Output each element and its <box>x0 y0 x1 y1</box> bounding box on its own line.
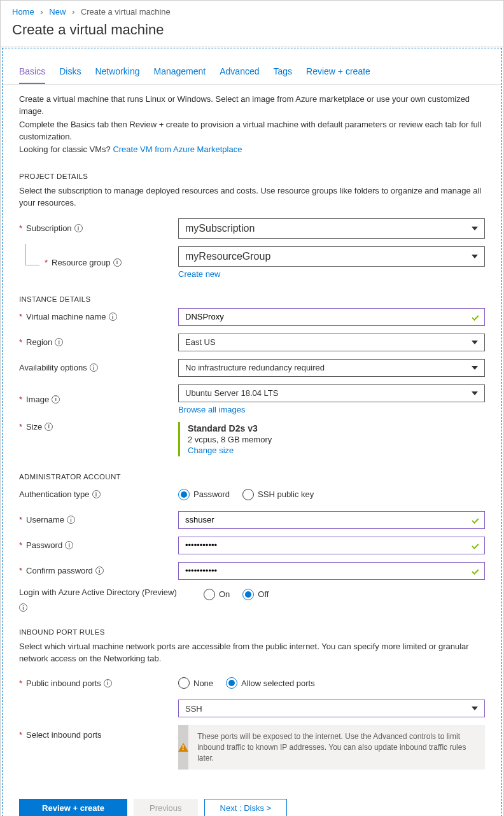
warning-icon <box>178 743 188 752</box>
chevron-down-icon <box>472 255 478 258</box>
size-display: Standard D2s v3 2 vcpus, 8 GB memory Cha… <box>178 422 485 456</box>
required-icon: * <box>19 223 22 233</box>
footer-bar: Review + create Previous Next : Disks > <box>3 790 501 816</box>
info-icon[interactable]: i <box>74 224 83 232</box>
warning-box: These ports will be exposed to the inter… <box>178 725 485 770</box>
radio-icon <box>178 489 190 500</box>
check-icon <box>470 566 479 575</box>
info-icon[interactable]: i <box>92 490 101 498</box>
input-vm-name[interactable] <box>178 308 485 326</box>
tab-networking[interactable]: Networking <box>95 66 139 84</box>
label-subscription: Subscription <box>26 223 72 233</box>
size-title: Standard D2s v3 <box>188 423 485 433</box>
intro-text-2: Complete the Basics tab then Review + cr… <box>19 119 485 143</box>
link-create-new-rg[interactable]: Create new <box>178 269 220 279</box>
input-username[interactable] <box>178 511 485 529</box>
size-sub: 2 vcpus, 8 GB memory <box>188 435 485 444</box>
label-password: Password <box>26 540 62 550</box>
required-icon: * <box>19 337 22 347</box>
info-icon[interactable]: i <box>65 541 73 549</box>
section-ports-desc: Select which virtual machine network por… <box>19 641 485 665</box>
breadcrumb-home[interactable]: Home <box>12 7 34 17</box>
select-inbound-ports[interactable]: SSH <box>178 700 485 717</box>
required-icon: * <box>19 515 22 524</box>
tab-basics[interactable]: Basics <box>19 66 45 84</box>
section-admin-head: ADMINISTRATOR ACCOUNT <box>19 473 485 481</box>
intro-text-1: Create a virtual machine that runs Linux… <box>19 94 485 118</box>
info-icon[interactable]: i <box>104 679 112 687</box>
page-title: Create a virtual machine <box>1 22 503 46</box>
tab-disks[interactable]: Disks <box>59 66 81 84</box>
radio-auth-password[interactable]: Password <box>178 489 230 500</box>
required-icon: * <box>19 422 22 432</box>
info-icon[interactable]: i <box>45 423 53 431</box>
label-public-ports: Public inbound ports <box>26 679 101 688</box>
link-marketplace[interactable]: Create VM from Azure Marketplace <box>113 144 242 154</box>
breadcrumb-new[interactable]: New <box>49 7 66 17</box>
check-icon <box>470 313 479 321</box>
breadcrumb: Home › New › Create a virtual machine <box>1 1 503 22</box>
required-icon: * <box>19 312 22 321</box>
label-vm-name: Virtual machine name <box>26 312 106 321</box>
label-username: Username <box>26 515 64 524</box>
radio-icon <box>204 589 215 600</box>
radio-aad-on[interactable]: On <box>204 589 230 600</box>
info-icon[interactable]: i <box>52 395 60 404</box>
label-confirm-password: Confirm password <box>26 566 93 575</box>
link-change-size[interactable]: Change size <box>188 446 234 455</box>
required-icon: * <box>19 395 22 404</box>
required-icon: * <box>19 540 22 550</box>
label-resource-group: Resource group <box>52 258 111 267</box>
tab-tags[interactable]: Tags <box>274 66 293 84</box>
radio-ports-allow[interactable]: Allow selected ports <box>226 677 315 689</box>
radio-icon <box>226 677 237 689</box>
chevron-right-icon: › <box>40 7 43 17</box>
radio-auth-ssh[interactable]: SSH public key <box>242 489 314 500</box>
radio-icon <box>242 589 254 600</box>
section-project-head: PROJECT DETAILS <box>19 172 485 180</box>
section-ports-head: INBOUND PORT RULES <box>19 628 485 636</box>
label-availability: Availability options <box>19 363 87 372</box>
link-browse-images[interactable]: Browse all images <box>178 405 246 414</box>
chevron-down-icon <box>472 227 478 230</box>
select-region[interactable]: East US <box>178 334 485 351</box>
info-icon[interactable]: i <box>95 566 104 575</box>
select-availability[interactable]: No infrastructure redundancy required <box>178 359 485 377</box>
tabs: Basics Disks Networking Management Advan… <box>3 48 501 85</box>
info-icon[interactable]: i <box>19 603 27 612</box>
chevron-right-icon: › <box>72 7 74 17</box>
required-icon: * <box>19 679 22 688</box>
label-aad-login: Login with Azure Active Directory (Previ… <box>19 587 177 597</box>
input-confirm-password[interactable] <box>178 562 485 580</box>
required-icon: * <box>19 566 22 575</box>
button-review-create[interactable]: Review + create <box>19 799 127 816</box>
tab-advanced[interactable]: Advanced <box>220 66 259 84</box>
radio-ports-none[interactable]: None <box>178 677 213 689</box>
button-previous: Previous <box>134 799 198 816</box>
radio-icon <box>178 677 190 689</box>
info-icon[interactable]: i <box>55 338 63 346</box>
section-instance-head: INSTANCE DETAILS <box>19 295 485 303</box>
chevron-down-icon <box>472 707 478 710</box>
label-size: Size <box>26 422 42 432</box>
warning-text: These ports will be exposed to the inter… <box>188 725 485 770</box>
section-project-desc: Select the subscription to manage deploy… <box>19 185 485 209</box>
info-icon[interactable]: i <box>113 258 122 267</box>
breadcrumb-current: Create a virtual machine <box>81 7 171 17</box>
info-icon[interactable]: i <box>109 313 117 321</box>
tab-management[interactable]: Management <box>154 66 206 84</box>
radio-icon <box>242 489 254 500</box>
select-subscription[interactable]: mySubscription <box>178 218 485 239</box>
button-next-disks[interactable]: Next : Disks > <box>204 799 288 816</box>
radio-aad-off[interactable]: Off <box>242 589 269 600</box>
chevron-down-icon <box>472 391 478 395</box>
chevron-down-icon <box>472 366 478 370</box>
check-icon <box>470 516 479 524</box>
info-icon[interactable]: i <box>90 363 98 372</box>
input-password[interactable] <box>178 537 485 554</box>
label-select-ports: Select inbound ports <box>26 730 102 740</box>
info-icon[interactable]: i <box>67 516 75 524</box>
tab-review[interactable]: Review + create <box>306 66 370 84</box>
select-resource-group[interactable]: myResourceGroup <box>178 246 485 267</box>
select-image[interactable]: Ubuntu Server 18.04 LTS <box>178 384 485 402</box>
